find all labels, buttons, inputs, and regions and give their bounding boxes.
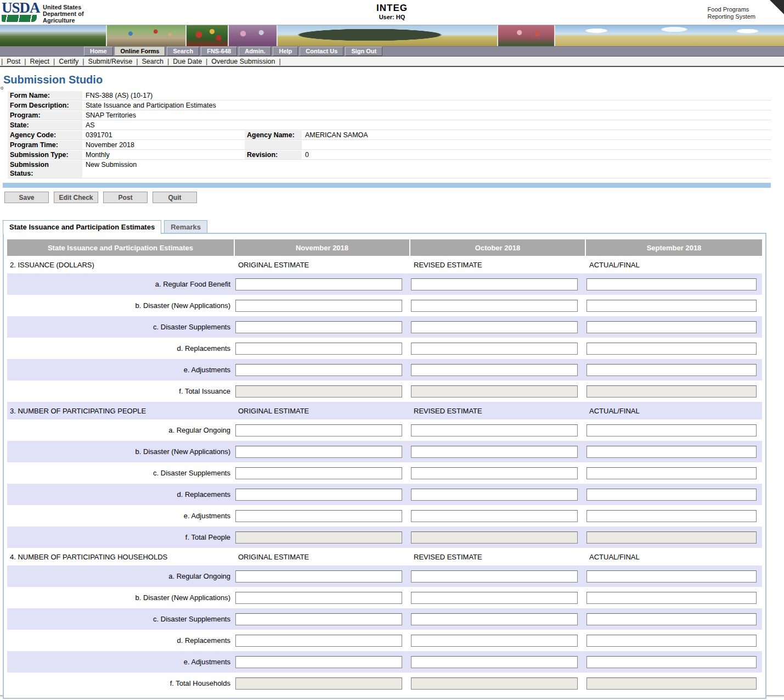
metadata-row: Program Time:November 2018	[8, 141, 771, 150]
a-regular-food-benefit-october-2018-input[interactable]	[411, 278, 578, 290]
grid-cell	[586, 300, 762, 312]
d-replacements-september-2018-input[interactable]	[586, 489, 757, 501]
grid-cell	[235, 635, 410, 647]
tab-remarks[interactable]: Remarks	[164, 220, 207, 233]
e-adjustments-september-2018-input[interactable]	[586, 510, 757, 522]
c-disaster-supplements-september-2018-input[interactable]	[586, 321, 757, 333]
e-adjustments-october-2018-input[interactable]	[411, 364, 578, 376]
family-picnic-photo	[107, 25, 187, 46]
tab-state-issuance-and-participation-estimates[interactable]: State Issuance and Participation Estimat…	[3, 220, 161, 234]
a-regular-ongoing-october-2018-input[interactable]	[411, 570, 578, 583]
a-regular-ongoing-september-2018-input[interactable]	[586, 570, 757, 583]
grid-cell	[410, 656, 586, 668]
quit-button[interactable]: Quit	[153, 192, 197, 203]
d-replacements-september-2018-input[interactable]	[586, 343, 757, 355]
d-replacements-september-2018-input[interactable]	[586, 635, 757, 647]
b-disaster-new-applications-september-2018-input[interactable]	[586, 446, 757, 458]
c-disaster-supplements-october-2018-input[interactable]	[411, 467, 578, 479]
grid-row-e-adjustments: e. Adjustments	[7, 505, 762, 527]
row-label: e. Adjustments	[7, 658, 235, 666]
nav-online-forms[interactable]: Online Forms	[115, 47, 166, 56]
b-disaster-new-applications-november-2018-input[interactable]	[235, 446, 402, 458]
form-tabs: State Issuance and Participation Estimat…	[3, 219, 784, 233]
section-title: 2. ISSUANCE (DOLLARS)	[7, 261, 235, 269]
metadata-label-form-description: Form Description:	[8, 101, 82, 110]
metadata-value-form-name: FNS-388 (AS) (10-17)	[82, 91, 245, 100]
e-adjustments-september-2018-input[interactable]	[586, 364, 757, 376]
b-disaster-new-applications-november-2018-input[interactable]	[235, 592, 402, 604]
metadata-label-program: Program:	[8, 111, 82, 120]
b-disaster-new-applications-september-2018-input[interactable]	[586, 592, 757, 604]
e-adjustments-september-2018-input[interactable]	[586, 656, 757, 668]
c-disaster-supplements-november-2018-input[interactable]	[235, 467, 402, 479]
nav-help[interactable]: Help	[273, 47, 298, 56]
d-replacements-october-2018-input[interactable]	[411, 489, 578, 501]
grid-cell	[410, 278, 586, 290]
nav-admin[interactable]: Admin.	[239, 47, 271, 56]
a-regular-ongoing-september-2018-input[interactable]	[586, 424, 757, 436]
column-label-original-estimate: ORIGINAL ESTIMATE	[235, 261, 410, 269]
row-label: a. Regular Ongoing	[7, 426, 235, 434]
e-adjustments-november-2018-input[interactable]	[235, 510, 402, 522]
environment-title: INTEG	[0, 3, 784, 14]
grid-cell	[235, 677, 410, 690]
grid-cell	[410, 364, 586, 376]
user-label: User: HQ	[0, 14, 784, 20]
b-disaster-new-applications-october-2018-input[interactable]	[411, 446, 578, 458]
c-disaster-supplements-october-2018-input[interactable]	[411, 321, 578, 333]
c-disaster-supplements-september-2018-input[interactable]	[586, 613, 757, 625]
toolbar-reject[interactable]: Reject	[26, 58, 53, 65]
row-label: d. Replacements	[7, 344, 235, 352]
toolbar-post[interactable]: Post	[3, 58, 24, 65]
save-button[interactable]: Save	[4, 192, 49, 203]
grid-cell	[410, 321, 586, 333]
grid-cell	[586, 656, 762, 668]
toolbar-due-date[interactable]: Due Date	[169, 58, 206, 65]
f-total-people-october-2018-input	[411, 531, 578, 544]
f-total-households-october-2018-input	[411, 677, 578, 690]
c-disaster-supplements-september-2018-input[interactable]	[586, 467, 757, 479]
row-label: c. Disaster Supplements	[7, 323, 235, 331]
toolbar-certify[interactable]: Certify	[55, 58, 82, 65]
toolbar-submit-revise[interactable]: Submit/Revise	[84, 58, 137, 65]
b-disaster-new-applications-october-2018-input[interactable]	[411, 300, 578, 312]
d-replacements-october-2018-input[interactable]	[411, 343, 578, 355]
c-disaster-supplements-november-2018-input[interactable]	[235, 613, 402, 625]
c-disaster-supplements-october-2018-input[interactable]	[411, 613, 578, 625]
post-button[interactable]: Post	[103, 192, 148, 203]
b-disaster-new-applications-september-2018-input[interactable]	[586, 300, 757, 312]
nav-sign-out[interactable]: Sign Out	[345, 47, 382, 56]
e-adjustments-october-2018-input[interactable]	[411, 510, 578, 522]
nav-home[interactable]: Home	[84, 47, 113, 56]
b-disaster-new-applications-november-2018-input[interactable]	[235, 300, 402, 312]
toolbar-overdue-submission[interactable]: Overdue Submission	[207, 58, 279, 65]
d-replacements-november-2018-input[interactable]	[235, 489, 402, 501]
b-disaster-new-applications-october-2018-input[interactable]	[411, 592, 578, 604]
d-replacements-october-2018-input[interactable]	[411, 635, 578, 647]
a-regular-food-benefit-september-2018-input[interactable]	[586, 278, 757, 290]
divider-bar	[3, 183, 771, 188]
d-replacements-november-2018-input[interactable]	[235, 635, 402, 647]
nav-fns-648[interactable]: FNS-648	[201, 47, 237, 56]
c-disaster-supplements-november-2018-input[interactable]	[235, 321, 402, 333]
grid-cell	[410, 467, 586, 479]
e-adjustments-november-2018-input[interactable]	[235, 364, 402, 376]
e-adjustments-november-2018-input[interactable]	[235, 656, 402, 668]
row-label: c. Disaster Supplements	[7, 469, 235, 477]
a-regular-ongoing-november-2018-input[interactable]	[235, 424, 402, 436]
edit-check-button[interactable]: Edit Check	[54, 192, 98, 203]
metadata-label-program-time: Program Time:	[8, 141, 82, 149]
column-label-actual-final: ACTUAL/FINAL	[586, 407, 762, 415]
a-regular-food-benefit-november-2018-input[interactable]	[235, 278, 402, 290]
toolbar-search[interactable]: Search	[138, 58, 167, 65]
metadata-row: Form Description:State Issuance and Part…	[8, 101, 771, 110]
d-replacements-november-2018-input[interactable]	[235, 343, 402, 355]
grid-cell	[586, 510, 762, 522]
a-regular-ongoing-october-2018-input[interactable]	[411, 424, 578, 436]
nav-contact-us[interactable]: Contact Us	[300, 47, 343, 56]
nav-search[interactable]: Search	[167, 47, 199, 56]
a-regular-ongoing-november-2018-input[interactable]	[235, 570, 402, 583]
e-adjustments-october-2018-input[interactable]	[411, 656, 578, 668]
grid-cell	[586, 570, 762, 583]
row-label: f. Total Households	[7, 679, 235, 687]
